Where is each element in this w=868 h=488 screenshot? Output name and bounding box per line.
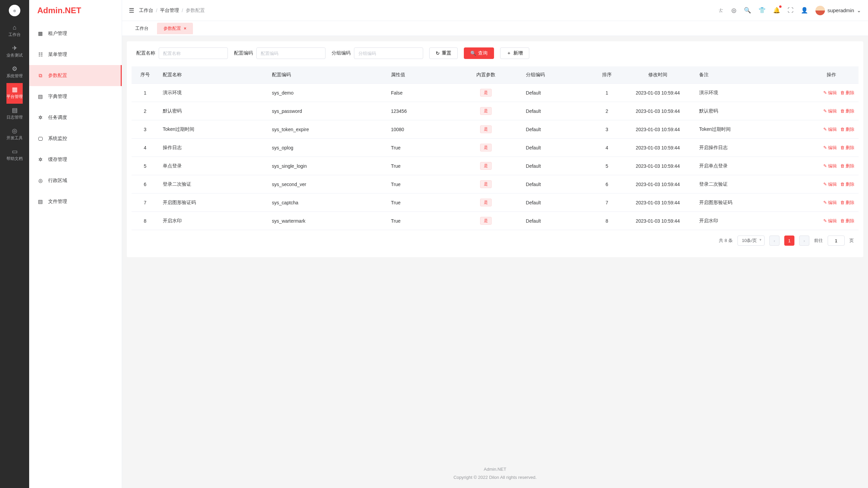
delete-link[interactable]: 🗑删除 (840, 126, 854, 133)
table-row: 7 开启图形验证码 sys_captcha True 是 Default 7 2… (132, 194, 859, 212)
edit-link[interactable]: ✎编辑 (823, 200, 837, 206)
data-table: 序号配置名称配置编码属性值内置参数分组编码排序修改时间备注操作 1 演示环境 s… (132, 66, 859, 247)
delete-link[interactable]: 🗑删除 (840, 218, 854, 224)
side-menu-item[interactable]: ☷菜单管理 (29, 44, 122, 65)
input-group-code[interactable] (354, 47, 423, 59)
cell-index: 4 (132, 139, 159, 157)
goto-page-input[interactable] (828, 236, 845, 246)
breadcrumb-sep: / (156, 8, 157, 13)
cell-ops: ✎编辑 🗑删除 (804, 102, 859, 120)
side-menu-item[interactable]: ◎行政区域 (29, 170, 122, 191)
tab-label: 参数配置 (163, 25, 181, 32)
breadcrumb: 工作台 / 平台管理 / 参数配置 (139, 7, 205, 14)
edit-link[interactable]: ✎编辑 (823, 218, 837, 224)
page-size-select[interactable]: 10条/页 (737, 236, 765, 246)
search-icon[interactable]: 🔍 (744, 7, 751, 14)
query-button[interactable]: 🔍查询 (464, 47, 494, 59)
avatar (815, 6, 825, 15)
breadcrumb-item[interactable]: 工作台 (139, 7, 153, 14)
bell-icon[interactable]: 🔔 (773, 7, 780, 14)
close-icon[interactable]: × (184, 26, 186, 31)
primary-nav-item[interactable]: ▤日志管理 (6, 104, 23, 124)
trash-icon: 🗑 (840, 108, 845, 114)
breadcrumb-sep: / (182, 8, 183, 13)
cell-name: 单点登录 (159, 157, 268, 175)
page-number-button[interactable]: 1 (784, 236, 794, 246)
primary-nav-item[interactable]: ⚙系统管理 (6, 62, 23, 83)
table-header-cell: 配置名称 (159, 66, 268, 84)
side-menu-item[interactable]: ✲任务调度 (29, 107, 122, 128)
cell-index: 2 (132, 102, 159, 120)
table-header-cell: 配置编码 (268, 66, 387, 84)
cell-remark: 默认密码 (695, 102, 804, 120)
primary-nav-item[interactable]: ▦平台管理 (6, 83, 23, 104)
cell-ops: ✎编辑 🗑删除 (804, 194, 859, 212)
delete-link[interactable]: 🗑删除 (840, 108, 854, 114)
edit-link[interactable]: ✎编辑 (823, 181, 837, 187)
delete-link[interactable]: 🗑删除 (840, 181, 854, 187)
cell-time: 2023-01-03 10:59:44 (620, 102, 695, 120)
edit-link[interactable]: ✎编辑 (823, 163, 837, 169)
side-menu-item[interactable]: 🖵系统监控 (29, 128, 122, 149)
edit-link[interactable]: ✎编辑 (823, 108, 837, 114)
side-menu-item[interactable]: ▦租户管理 (29, 23, 122, 44)
tab-item[interactable]: 参数配置× (157, 23, 193, 34)
refresh-icon: ↻ (436, 50, 440, 56)
cell-group: Default (522, 175, 593, 194)
goto-label: 前往 (814, 238, 823, 244)
side-menu-item[interactable]: ⧉参数配置 (29, 65, 122, 86)
primary-nav-item[interactable]: ⌂工作台 (6, 21, 23, 42)
cell-remark: 演示环境 (695, 84, 804, 102)
translate-icon[interactable]: ㄊ (718, 6, 724, 14)
primary-nav-item[interactable]: ▭帮助文档 (6, 145, 23, 166)
delete-link[interactable]: 🗑删除 (840, 90, 854, 96)
user-icon[interactable]: 👤 (801, 7, 808, 14)
side-menu-item[interactable]: ▤文件管理 (29, 191, 122, 212)
side-menu-item[interactable]: ✲缓存管理 (29, 149, 122, 170)
edit-icon: ✎ (823, 145, 827, 150)
shirt-icon[interactable]: 👕 (758, 7, 766, 14)
input-config-name[interactable] (159, 47, 228, 59)
cell-value: 10080 (387, 120, 450, 139)
nav-label: 平台管理 (6, 94, 23, 100)
edit-icon: ✎ (823, 200, 827, 205)
next-page-button[interactable]: › (799, 236, 809, 246)
table-row: 3 Token过期时间 sys_token_expire 10080 是 Def… (132, 120, 859, 139)
side-menu-item[interactable]: ▤字典管理 (29, 86, 122, 107)
total-count: 共 8 条 (719, 238, 732, 244)
target-icon[interactable]: ◎ (731, 7, 736, 14)
table-header-cell: 序号 (132, 66, 159, 84)
reset-button[interactable]: ↻重置 (429, 47, 458, 59)
edit-link[interactable]: ✎编辑 (823, 145, 837, 151)
add-button[interactable]: ＋新增 (500, 47, 529, 59)
sidebar-toggle-icon[interactable]: ☰ (129, 7, 134, 14)
page-suffix: 页 (849, 238, 854, 244)
delete-link[interactable]: 🗑删除 (840, 163, 854, 169)
input-config-code[interactable] (256, 47, 326, 59)
table-header-cell: 分组编码 (522, 66, 593, 84)
nav-icon: ⚙ (12, 66, 17, 72)
nav-label: 帮助文档 (6, 156, 23, 162)
cell-time: 2023-01-03 10:59:44 (620, 120, 695, 139)
menu-label: 字典管理 (48, 94, 67, 100)
brand-dot: . (63, 6, 65, 15)
fullscreen-icon[interactable]: ⛶ (788, 7, 793, 14)
cell-group: Default (522, 139, 593, 157)
edit-link[interactable]: ✎编辑 (823, 90, 837, 96)
cell-code: sys_captcha (268, 194, 387, 212)
edit-link[interactable]: ✎编辑 (823, 126, 837, 133)
primary-nav-item[interactable]: ◎开发工具 (6, 124, 23, 145)
user-menu[interactable]: superadmin ⌄ (815, 6, 861, 15)
cell-order: 5 (593, 157, 620, 175)
plus-icon: ＋ (507, 50, 511, 56)
delete-link[interactable]: 🗑删除 (840, 200, 854, 206)
cell-ops: ✎编辑 🗑删除 (804, 175, 859, 194)
tab-item[interactable]: 工作台 (129, 23, 155, 34)
nav-icon: ▤ (12, 107, 18, 113)
cell-code: sys_oplog (268, 139, 387, 157)
prev-page-button[interactable]: ‹ (769, 236, 780, 246)
menu-label: 行政区域 (48, 178, 67, 184)
delete-link[interactable]: 🗑删除 (840, 145, 854, 151)
breadcrumb-item[interactable]: 平台管理 (160, 7, 179, 14)
primary-nav-item[interactable]: ✈业务测试 (6, 42, 23, 62)
